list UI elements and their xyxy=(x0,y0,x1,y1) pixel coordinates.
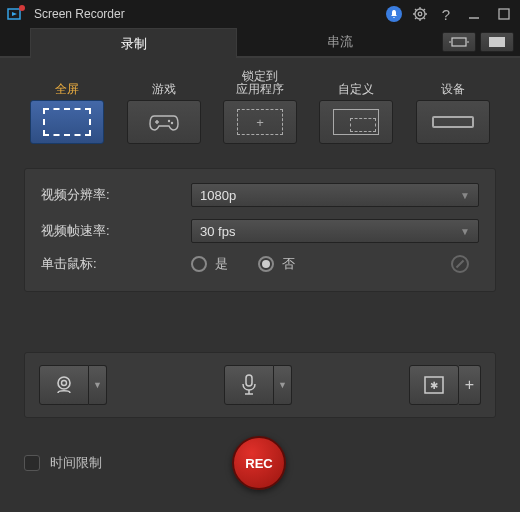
overlay-button[interactable]: ✱ xyxy=(409,365,459,405)
mode-device-label: 设备 xyxy=(441,68,465,96)
titlebar: Screen Recorder ? xyxy=(0,0,520,28)
svg-line-8 xyxy=(415,9,417,11)
click-yes-label: 是 xyxy=(215,255,228,273)
minimize-icon[interactable] xyxy=(464,6,484,22)
click-no-radio[interactable]: 否 xyxy=(258,255,295,273)
overlay-icon: ✱ xyxy=(423,375,445,395)
help-icon[interactable]: ? xyxy=(438,6,454,22)
maximize-icon[interactable] xyxy=(494,6,514,22)
svg-rect-17 xyxy=(489,37,505,47)
time-limit-label: 时间限制 xyxy=(50,454,102,472)
mic-dropdown[interactable]: ▼ xyxy=(274,365,292,405)
plus-icon: + xyxy=(465,376,474,394)
mode-fullscreen-label: 全屏 xyxy=(55,68,79,96)
main-tabs: 录制 串流 xyxy=(0,28,520,58)
app-title: Screen Recorder xyxy=(34,7,386,21)
mode-custom-label: 自定义 xyxy=(338,68,374,96)
chevron-down-icon: ▼ xyxy=(460,190,470,201)
device-icon xyxy=(432,116,474,128)
notification-icon[interactable] xyxy=(386,6,402,22)
gear-icon[interactable] xyxy=(412,6,428,22)
microphone-icon xyxy=(239,373,259,397)
input-controls-panel: ▼ ▼ ✱ + xyxy=(24,352,496,418)
display-mode-wide-button[interactable] xyxy=(442,32,476,52)
footer: 时间限制 REC xyxy=(24,436,496,490)
svg-rect-14 xyxy=(452,38,466,46)
custom-region-icon xyxy=(333,109,379,135)
lock-app-icon xyxy=(237,109,283,135)
svg-point-21 xyxy=(170,122,172,124)
mic-button[interactable] xyxy=(224,365,274,405)
mode-device[interactable]: 设备 xyxy=(416,68,490,144)
time-limit-checkbox[interactable] xyxy=(24,455,40,471)
tab-record[interactable]: 录制 xyxy=(30,28,237,58)
gamepad-icon xyxy=(149,112,179,132)
radio-icon xyxy=(258,256,274,272)
svg-point-23 xyxy=(62,381,67,386)
svg-text:✱: ✱ xyxy=(430,380,438,391)
capture-mode-row: 全屏 游戏 锁定到 应用程序 自定义 设备 xyxy=(0,58,520,148)
framerate-label: 视频帧速率: xyxy=(41,222,191,240)
mode-lock-label: 锁定到 应用程序 xyxy=(236,68,284,96)
resolution-value: 1080p xyxy=(200,188,236,203)
tab-stream-label: 串流 xyxy=(327,33,353,51)
app-logo-icon xyxy=(6,4,26,24)
resolution-select[interactable]: 1080p ▼ xyxy=(191,183,479,207)
mode-custom[interactable]: 自定义 xyxy=(319,68,393,144)
framerate-value: 30 fps xyxy=(200,224,235,239)
webcam-dropdown[interactable]: ▼ xyxy=(89,365,107,405)
settings-panel: 视频分辨率: 1080p ▼ 视频帧速率: 30 fps ▼ 单击鼠标: 是 否 xyxy=(24,168,496,292)
svg-point-22 xyxy=(58,377,70,389)
chevron-down-icon: ▼ xyxy=(460,226,470,237)
click-no-label: 否 xyxy=(282,255,295,273)
resolution-label: 视频分辨率: xyxy=(41,186,191,204)
chevron-down-icon: ▼ xyxy=(93,380,102,390)
mode-game[interactable]: 游戏 xyxy=(127,68,201,144)
svg-line-10 xyxy=(415,18,417,20)
display-mode-compact-button[interactable] xyxy=(480,32,514,52)
webcam-button[interactable] xyxy=(39,365,89,405)
mode-lock-app[interactable]: 锁定到 应用程序 xyxy=(223,68,297,144)
add-overlay-button[interactable]: + xyxy=(459,365,481,405)
svg-line-9 xyxy=(424,18,426,20)
svg-point-3 xyxy=(418,12,422,16)
fullscreen-icon xyxy=(43,108,91,136)
svg-rect-13 xyxy=(499,9,509,19)
tab-stream[interactable]: 串流 xyxy=(237,28,442,56)
mode-game-label: 游戏 xyxy=(152,68,176,96)
framerate-select[interactable]: 30 fps ▼ xyxy=(191,219,479,243)
chevron-down-icon: ▼ xyxy=(278,380,287,390)
svg-rect-24 xyxy=(246,375,252,386)
record-button-label: REC xyxy=(245,456,272,471)
svg-line-11 xyxy=(424,9,426,11)
mode-fullscreen[interactable]: 全屏 xyxy=(30,68,104,144)
tab-record-label: 录制 xyxy=(121,35,147,53)
svg-point-1 xyxy=(19,5,25,11)
webcam-icon xyxy=(53,374,75,396)
click-yes-radio[interactable]: 是 xyxy=(191,255,228,273)
record-button[interactable]: REC xyxy=(232,436,286,490)
radio-icon xyxy=(191,256,207,272)
svg-point-20 xyxy=(167,120,169,122)
block-icon[interactable] xyxy=(451,255,469,273)
click-mouse-label: 单击鼠标: xyxy=(41,255,191,273)
